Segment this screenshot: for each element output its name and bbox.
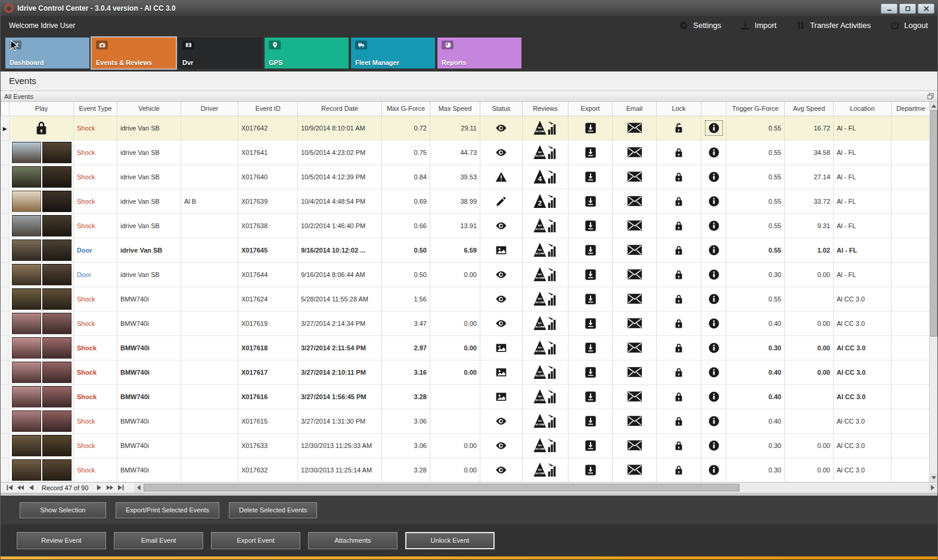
- unlock-event-button[interactable]: Unlock Event: [405, 532, 495, 549]
- play-cell[interactable]: [10, 458, 74, 482]
- event-thumbnail[interactable]: [12, 386, 72, 407]
- info-icon[interactable]: [708, 122, 720, 134]
- review-no-score-icon[interactable]: NOSCORE: [533, 217, 557, 234]
- event-row[interactable]: Shock BMW740i X017633 12/30/2013 11:25:3…: [1, 433, 930, 458]
- horizontal-scrollbar-thumb[interactable]: [144, 484, 740, 491]
- event-row[interactable]: Shock BMW740i X017615 3/27/2014 1:31:30 …: [1, 409, 930, 433]
- event-thumbnail[interactable]: [12, 264, 72, 285]
- review-score-4-icon[interactable]: 4: [533, 169, 557, 185]
- email-cell[interactable]: [613, 458, 657, 482]
- reviews-cell[interactable]: NOSCORE: [523, 458, 569, 482]
- scroll-down-button[interactable]: [930, 474, 938, 482]
- email-cell[interactable]: [613, 213, 657, 238]
- reviews-cell[interactable]: NOSCORE: [523, 213, 569, 238]
- info-icon[interactable]: [708, 220, 720, 232]
- delete-selected-events-button[interactable]: Delete Selected Events: [229, 502, 317, 518]
- export-cell[interactable]: [569, 238, 613, 262]
- scroll-right-button[interactable]: [928, 483, 937, 493]
- logout-button[interactable]: Logout: [890, 20, 928, 30]
- event-row[interactable]: Shock BMW740i X017619 3/27/2014 2:14:34 …: [1, 311, 930, 335]
- column-header-event-id[interactable]: Event ID: [238, 102, 298, 116]
- scroll-up-button[interactable]: [930, 102, 938, 110]
- email-cell[interactable]: [613, 164, 657, 189]
- column-header-max-g-force[interactable]: Max G-Force: [382, 102, 430, 116]
- event-thumbnail[interactable]: [12, 142, 72, 163]
- lock-icon[interactable]: [673, 440, 685, 452]
- nav-tile-dvr[interactable]: Dvr: [178, 38, 262, 69]
- email-icon[interactable]: [628, 318, 642, 328]
- play-cell[interactable]: [10, 189, 74, 213]
- review-no-score-icon[interactable]: NOSCORE: [533, 388, 557, 405]
- unlock-icon[interactable]: [673, 122, 685, 134]
- event-row[interactable]: Shock BMW740i X017617 3/27/2014 2:10:11 …: [1, 360, 930, 384]
- play-cell[interactable]: [10, 262, 74, 287]
- export-icon[interactable]: [585, 195, 597, 207]
- export-icon[interactable]: [585, 318, 597, 329]
- reviews-cell[interactable]: NOSCORE: [523, 335, 569, 360]
- row-selector-cell[interactable]: [1, 409, 10, 433]
- reviews-cell[interactable]: NOSCORE: [523, 238, 569, 262]
- play-cell[interactable]: [10, 384, 74, 409]
- lock-cell[interactable]: [657, 409, 701, 433]
- export-cell[interactable]: [569, 213, 613, 238]
- column-header-blank-0[interactable]: [1, 102, 10, 116]
- export-cell[interactable]: [569, 409, 613, 433]
- review-no-score-icon[interactable]: NOSCORE: [533, 120, 557, 136]
- lock-cell[interactable]: [657, 140, 701, 164]
- export-cell[interactable]: [569, 262, 613, 287]
- info-icon[interactable]: [708, 464, 720, 476]
- lock-cell[interactable]: [657, 238, 701, 262]
- row-selector-cell[interactable]: [1, 360, 10, 384]
- email-cell[interactable]: [613, 287, 657, 311]
- play-cell[interactable]: [10, 287, 74, 311]
- column-header-lock[interactable]: Lock: [657, 102, 701, 116]
- event-row[interactable]: Shock BMW740i X017618 3/27/2014 2:11:54 …: [1, 335, 930, 360]
- lock-icon[interactable]: [673, 366, 685, 378]
- lock-icon[interactable]: [673, 195, 685, 207]
- email-cell[interactable]: [613, 384, 657, 409]
- event-thumbnail[interactable]: [12, 288, 72, 310]
- review-no-score-icon[interactable]: NOSCORE: [533, 144, 557, 160]
- event-thumbnail[interactable]: [12, 435, 72, 456]
- reviews-cell[interactable]: 4: [523, 164, 569, 189]
- lock-cell[interactable]: [657, 189, 701, 213]
- lock-icon[interactable]: [673, 415, 685, 427]
- column-header-status[interactable]: Status: [480, 102, 523, 116]
- lock-icon[interactable]: [673, 318, 685, 329]
- column-header-play[interactable]: Play: [10, 102, 74, 116]
- export-icon[interactable]: [585, 244, 597, 256]
- event-thumbnail[interactable]: [12, 410, 72, 432]
- event-row[interactable]: Shock idrive Van SB X017638 10/2/2014 1:…: [1, 213, 930, 238]
- play-cell[interactable]: [10, 116, 74, 140]
- email-icon[interactable]: [628, 440, 642, 450]
- email-cell[interactable]: [613, 360, 657, 384]
- play-cell[interactable]: [10, 164, 74, 189]
- review-no-score-icon[interactable]: NOSCORE: [533, 315, 557, 331]
- export-cell[interactable]: [569, 433, 613, 458]
- horizontal-scrollbar[interactable]: [134, 483, 937, 493]
- play-cell[interactable]: [10, 213, 74, 238]
- info-cell[interactable]: [701, 335, 726, 360]
- info-icon[interactable]: [708, 391, 720, 403]
- email-cell[interactable]: [613, 311, 657, 335]
- review-no-score-icon[interactable]: NOSCORE: [533, 413, 557, 429]
- nav-tile-gps[interactable]: GPS: [265, 38, 349, 69]
- column-header-avg-speed[interactable]: Avg Speed: [785, 102, 834, 116]
- export-icon[interactable]: [585, 342, 597, 354]
- panel-float-icon[interactable]: [927, 93, 934, 99]
- row-selector-cell[interactable]: [1, 189, 10, 213]
- info-cell[interactable]: [701, 360, 726, 384]
- lock-icon[interactable]: [673, 293, 685, 305]
- email-cell[interactable]: [613, 262, 657, 287]
- row-selector-cell[interactable]: [1, 335, 10, 360]
- email-event-button[interactable]: Email Event: [114, 532, 203, 549]
- reviews-cell[interactable]: NOSCORE: [523, 116, 569, 140]
- info-icon[interactable]: [708, 342, 720, 354]
- info-cell[interactable]: [701, 164, 726, 189]
- email-cell[interactable]: [613, 116, 657, 140]
- email-cell[interactable]: [613, 409, 657, 433]
- event-thumbnail[interactable]: [12, 459, 72, 481]
- info-icon[interactable]: [708, 195, 720, 207]
- email-icon[interactable]: [628, 367, 642, 377]
- play-cell[interactable]: [10, 335, 74, 360]
